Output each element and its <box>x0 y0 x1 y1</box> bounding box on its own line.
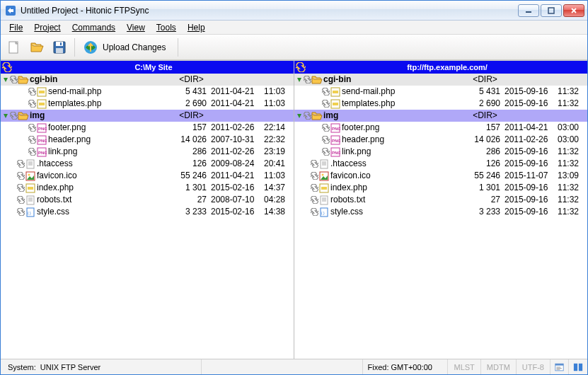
file-row[interactable]: .htaccess1262009-08-2420:41 <box>1 158 294 170</box>
file-row[interactable]: PNGlink.png2862011-02-2623:19 <box>1 146 294 158</box>
status-timezone: Fixed: GMT+00:00 <box>363 359 448 374</box>
file-date: 2015-09-16 <box>505 146 558 158</box>
file-name: templates.php <box>47 98 172 110</box>
toolbar: Upload Changes <box>1 35 587 60</box>
minimize-button[interactable] <box>518 4 539 17</box>
dir-label: <DIR> <box>172 110 211 122</box>
png-icon: PNG <box>330 146 341 158</box>
remote-file-list[interactable]: cgi-bin<DIR>send-mail.php5 4312015-09-16… <box>294 74 587 359</box>
menu-help[interactable]: Help <box>182 22 211 33</box>
file-row[interactable]: robots.txt272015-09-1611:32 <box>294 194 587 206</box>
file-name: link.png <box>341 146 466 158</box>
local-pane-header[interactable]: C:\My Site <box>1 61 294 74</box>
file-row[interactable]: PNGheader.png14 0262011-02-2603:00 <box>294 134 587 146</box>
status-mlst: MLST <box>448 359 480 374</box>
file-time: 04:28 <box>264 194 294 206</box>
dir-row[interactable]: img<DIR> <box>294 110 587 122</box>
php-icon <box>36 86 47 98</box>
svg-rect-19 <box>27 160 34 168</box>
file-date: 2011-04-21 <box>211 170 264 182</box>
svg-text:PNG: PNG <box>332 127 340 131</box>
file-date: 2011-02-26 <box>211 122 264 134</box>
file-size: 286 <box>466 146 505 158</box>
file-time: 20:41 <box>264 158 294 170</box>
file-date: 2015-11-07 <box>505 170 558 182</box>
menu-view[interactable]: View <box>121 22 151 33</box>
file-size: 286 <box>172 146 211 158</box>
file-row[interactable]: { }style.css3 2332015-02-1614:38 <box>1 206 294 218</box>
open-project-button[interactable] <box>26 37 47 58</box>
dir-label: <DIR> <box>466 74 505 86</box>
toolbar-separator <box>74 38 75 57</box>
menu-file[interactable]: File <box>4 22 28 33</box>
file-date: 2008-07-10 <box>211 194 264 206</box>
php-icon <box>25 183 36 194</box>
file-row[interactable]: favicon.ico55 2462015-11-0713:09 <box>294 170 587 182</box>
dir-row[interactable]: cgi-bin<DIR> <box>294 74 587 86</box>
file-row[interactable]: send-mail.php5 4312015-09-1611:32 <box>294 86 587 98</box>
status-log-icon[interactable] <box>550 359 569 374</box>
svg-text:PNG: PNG <box>38 139 47 143</box>
save-project-button[interactable] <box>49 37 70 58</box>
file-row[interactable]: index.php1 3012015-09-1611:32 <box>294 182 587 194</box>
sync-mark-icon <box>28 124 36 132</box>
svg-rect-6 <box>56 48 63 53</box>
menu-tools[interactable]: Tools <box>151 22 182 33</box>
file-row[interactable]: send-mail.php5 4312011-04-2111:03 <box>1 86 294 98</box>
php-icon <box>318 183 330 194</box>
statusbar: System: UNIX FTP Server Fixed: GMT+00:00… <box>1 359 587 374</box>
file-date: 2009-08-24 <box>211 158 264 170</box>
folder-icon <box>311 74 323 86</box>
file-row[interactable]: templates.php2 6902015-09-1611:32 <box>294 98 587 110</box>
status-panes-icon[interactable] <box>569 359 587 374</box>
file-row[interactable]: index.php1 3012015-02-1614:37 <box>1 182 294 194</box>
new-project-button[interactable] <box>4 37 25 58</box>
svg-rect-27 <box>27 196 34 204</box>
file-row[interactable]: { }style.css3 2332015-09-1611:32 <box>294 206 587 218</box>
dir-label: <DIR> <box>172 74 211 86</box>
file-name: favicon.ico <box>36 170 172 182</box>
upload-changes-label: Upload Changes <box>103 42 166 52</box>
file-size: 55 246 <box>172 170 211 182</box>
local-file-list[interactable]: cgi-bin<DIR>send-mail.php5 4312011-04-21… <box>1 74 294 359</box>
png-icon: PNG <box>330 134 341 146</box>
remote-pane-header[interactable]: ftp://ftp.example.com/ <box>294 61 587 74</box>
file-row[interactable]: PNGheader.png14 0262007-10-3122:32 <box>1 134 294 146</box>
file-name: .htaccess <box>36 158 172 170</box>
file-size: 55 246 <box>466 170 505 182</box>
file-date: 2011-04-21 <box>211 98 264 110</box>
file-row[interactable]: PNGfooter.png1572011-04-2103:00 <box>294 122 587 134</box>
file-time: 11:32 <box>558 86 587 98</box>
sync-mark-icon <box>310 196 318 204</box>
txt-icon <box>25 158 36 170</box>
maximize-button[interactable] <box>541 4 562 17</box>
png-icon: PNG <box>36 134 47 146</box>
svg-rect-7 <box>60 42 62 45</box>
dir-name: cgi-bin <box>323 74 466 86</box>
file-row[interactable]: templates.php2 6902011-04-2111:03 <box>1 98 294 110</box>
sync-mark-icon <box>310 160 318 168</box>
file-date: 2015-02-16 <box>211 182 264 194</box>
upload-changes-button[interactable]: Upload Changes <box>79 37 173 58</box>
file-time: 11:32 <box>558 98 587 110</box>
folder-icon <box>18 74 29 86</box>
file-row[interactable]: PNGlink.png2862015-09-1611:32 <box>294 146 587 158</box>
file-size: 14 026 <box>172 134 211 146</box>
dir-row[interactable]: img<DIR> <box>1 110 294 122</box>
menu-commands[interactable]: Commands <box>67 22 121 33</box>
file-date: 2015-09-16 <box>505 182 558 194</box>
svg-rect-63 <box>579 363 582 371</box>
file-time: 14:38 <box>264 206 294 218</box>
file-name: header.png <box>47 134 172 146</box>
dir-row[interactable]: cgi-bin<DIR> <box>1 74 294 86</box>
file-row[interactable]: .htaccess1262015-09-1611:32 <box>294 158 587 170</box>
svg-rect-12 <box>39 103 45 105</box>
menu-project[interactable]: Project <box>28 22 66 33</box>
file-row[interactable]: favicon.ico55 2462011-04-2111:03 <box>1 170 294 182</box>
png-icon: PNG <box>36 122 47 134</box>
app-icon <box>5 5 16 16</box>
file-row[interactable]: PNGfooter.png1572011-02-2622:14 <box>1 122 294 134</box>
file-row[interactable]: robots.txt272008-07-1004:28 <box>1 194 294 206</box>
status-spacer <box>202 359 363 374</box>
close-button[interactable] <box>563 4 584 17</box>
